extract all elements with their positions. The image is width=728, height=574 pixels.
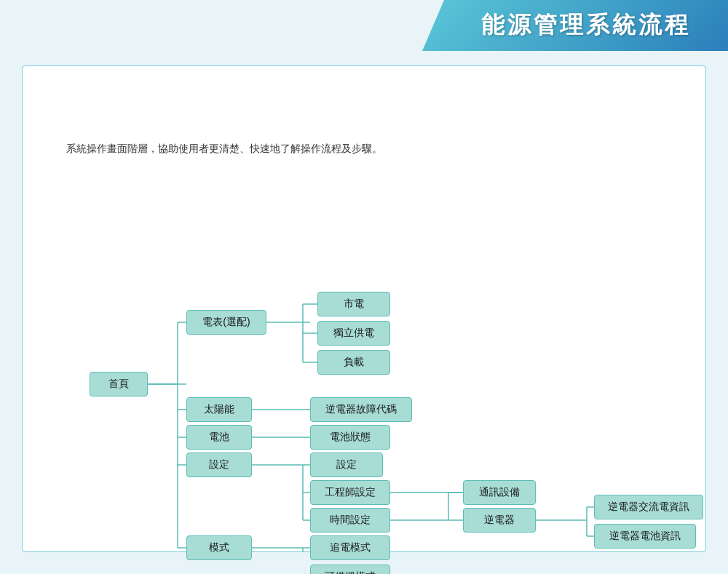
page-title: 能源管理系統流程: [459, 9, 691, 41]
node-inverter-ac: 逆電器交流電資訊: [594, 495, 703, 519]
description-text: 系統操作畫面階層，協助使用者更清楚、快速地了解操作流程及步驟。: [66, 143, 382, 156]
node-inverter-fault: 逆電器故障代碼: [310, 397, 412, 422]
main-content-box: 系統操作畫面階層，協助使用者更清楚、快速地了解操作流程及步驟。: [22, 65, 706, 552]
node-settings: 設定: [186, 453, 252, 477]
flowchart-container: 首頁 電表(選配) 太陽能 電池 設定 模式 市電 獨立供電 負載 逆電器故障代…: [44, 168, 705, 551]
node-inverter-battery: 逆電器電池資訊: [594, 524, 696, 549]
node-mode: 模式: [186, 535, 252, 560]
node-solar: 太陽能: [186, 397, 252, 422]
node-settings2: 設定: [310, 453, 383, 477]
node-chase-mode: 追電模式: [310, 535, 390, 560]
header-banner: 能源管理系統流程: [422, 0, 728, 51]
node-independent-power: 獨立供電: [317, 321, 390, 346]
node-city-power: 市電: [317, 292, 390, 316]
node-time-settings: 時間設定: [310, 508, 390, 533]
node-comm-device: 通訊設備: [463, 480, 536, 505]
node-inverter: 逆電器: [463, 508, 536, 533]
node-meter: 電表(選配): [186, 310, 266, 335]
node-home: 首頁: [90, 372, 148, 396]
node-engineer-settings: 工程師設定: [310, 480, 390, 505]
node-load: 負載: [317, 350, 390, 375]
node-backup-mode: 可備援模式: [310, 565, 390, 574]
node-battery-status: 電池狀態: [310, 425, 390, 450]
node-battery: 電池: [186, 425, 252, 450]
